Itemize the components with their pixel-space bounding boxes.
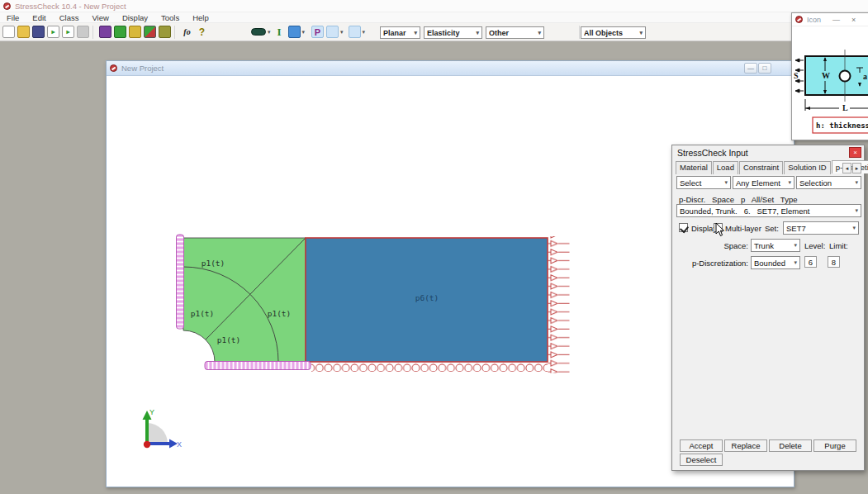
stresscheck-app: StressCheck 10.4 - New Project File Edit… <box>0 0 868 494</box>
project-window-titlebar[interactable]: New Project <box>107 61 794 76</box>
app-titlebar: StressCheck 10.4 - New Project <box>0 0 868 12</box>
hole <box>840 71 851 82</box>
chevron-down-icon[interactable]: ▾ <box>302 29 306 36</box>
chevron-down-icon[interactable]: ▾ <box>363 29 366 36</box>
icon-window-title: Icon <box>807 16 821 24</box>
beam-section-icon[interactable]: I <box>273 26 286 38</box>
tab-material[interactable]: Material <box>676 161 712 174</box>
maximize-button[interactable]: □ <box>758 63 771 74</box>
tab-load[interactable]: Load <box>713 161 738 174</box>
tab-scroll-right-icon[interactable]: ▸ <box>852 163 861 173</box>
space-label: Space: <box>718 241 748 250</box>
export-icon[interactable]: ▸ <box>62 26 74 38</box>
p-order-icon[interactable]: P <box>311 26 324 38</box>
chevron-down-icon: ▾ <box>476 30 479 36</box>
space-select[interactable]: Trunk ▾ <box>751 239 800 252</box>
chevron-down-icon[interactable]: ▾ <box>268 29 271 36</box>
geometry-select-value: Planar <box>383 29 406 37</box>
theory-select[interactable]: Elasticity ▾ <box>424 26 482 39</box>
load-arrows <box>548 236 570 373</box>
set-label: Set: <box>765 224 779 233</box>
minimize-button[interactable]: — <box>744 63 757 74</box>
dim-label-w: W <box>822 71 830 80</box>
chevron-down-icon: ▾ <box>724 179 728 186</box>
menu-edit[interactable]: Edit <box>26 13 52 22</box>
mode-select-value: Select <box>680 178 701 188</box>
pdisc-select[interactable]: Bounded ▾ <box>751 256 800 269</box>
icon-window-titlebar[interactable]: Icon — × <box>792 13 868 26</box>
menu-tools[interactable]: Tools <box>154 13 186 22</box>
menu-class[interactable]: Class <box>53 13 86 22</box>
tab-constraint[interactable]: Constraint <box>739 161 783 174</box>
reference-select[interactable]: Other ▾ <box>486 26 544 39</box>
replace-button[interactable]: Replace <box>724 439 767 452</box>
results-icon[interactable] <box>114 26 126 38</box>
menu-file[interactable]: File <box>0 13 26 22</box>
purge-button[interactable]: Purge <box>813 439 856 452</box>
method-select-value: Selection <box>799 178 832 188</box>
method-select[interactable]: Selection ▾ <box>796 176 861 189</box>
app-title: StressCheck 10.4 - New Project <box>15 2 126 11</box>
tab-scroll-left-icon[interactable]: ◂ <box>842 163 851 173</box>
triad-quadrant <box>147 423 168 444</box>
reference-select-value: Other <box>489 29 509 37</box>
delete-button[interactable]: Delete <box>769 439 812 452</box>
tools-icon[interactable] <box>326 26 339 38</box>
pdisc-select-value: Bounded <box>754 259 785 268</box>
plate <box>805 56 868 95</box>
pdisc-label: p-Discretization: <box>676 259 748 268</box>
toolbar-separator <box>92 26 93 39</box>
database-icon[interactable] <box>99 26 111 38</box>
open-file-icon[interactable] <box>17 26 30 38</box>
record-select[interactable]: Bounded, Trunk. 6. SET7, Element ▾ <box>676 204 861 217</box>
chevron-down-icon: ▾ <box>794 242 797 249</box>
close-icon[interactable]: × <box>849 147 861 158</box>
view-mode-icon[interactable] <box>251 28 266 36</box>
chevron-down-icon[interactable]: ▾ <box>340 29 344 36</box>
project-folder-icon[interactable] <box>129 26 141 38</box>
accept-button[interactable]: Accept <box>680 439 723 452</box>
record-select-value: Bounded, Trunk. 6. SET7, Element <box>680 207 809 216</box>
formula-icon[interactable]: fo <box>181 26 193 38</box>
dialog-tabs: Material Load Constraint Solution ID p-D… <box>676 161 842 174</box>
deselect-button[interactable]: Deselect <box>680 454 723 466</box>
menubar: File Edit Class View Display Tools Help <box>0 12 868 23</box>
limit-field[interactable]: 8 <box>828 256 840 268</box>
snapshot-icon[interactable] <box>349 26 361 38</box>
menu-view[interactable]: View <box>85 13 115 22</box>
geometry-select[interactable]: Planar ▾ <box>380 26 420 39</box>
close-icon[interactable]: × <box>851 16 856 24</box>
level-field[interactable]: 6 <box>804 256 817 268</box>
menu-display[interactable]: Display <box>116 13 154 22</box>
thickness-note: h: thickness <box>816 121 868 130</box>
toolbar-separator <box>579 26 580 39</box>
tab-solution-id[interactable]: Solution ID <box>784 161 830 174</box>
left-constraint-strip <box>177 235 184 329</box>
disabled-tool-icon <box>77 26 89 38</box>
level-label: Level: <box>804 241 825 250</box>
new-file-icon[interactable] <box>2 26 15 38</box>
minimize-icon[interactable]: — <box>832 16 840 24</box>
mesh-icon[interactable] <box>144 26 156 38</box>
chevron-down-icon: ▾ <box>794 259 797 266</box>
element-select[interactable]: Any Element ▾ <box>733 176 794 189</box>
set-select[interactable]: SET7 ▾ <box>783 221 859 235</box>
display-checkbox[interactable] <box>679 223 688 232</box>
import-icon[interactable]: ▸ <box>47 26 59 38</box>
objects-select[interactable]: All Objects ▾ <box>581 26 646 39</box>
menu-help[interactable]: Help <box>186 13 216 22</box>
mode-select[interactable]: Select ▾ <box>676 176 731 189</box>
toolbar-separator <box>174 26 175 39</box>
multilayer-label: Multi-layer <box>725 224 761 233</box>
mouse-cursor <box>715 222 725 237</box>
dim-label-s: S <box>794 71 799 80</box>
check-icon[interactable] <box>159 26 171 38</box>
theory-select-value: Elasticity <box>427 29 460 37</box>
load-label: p1(t) <box>217 335 241 344</box>
load-label: p1(t) <box>191 309 215 318</box>
chevron-down-icon: ▾ <box>639 30 643 36</box>
save-icon[interactable] <box>32 26 45 38</box>
help-icon[interactable]: ? <box>196 26 208 38</box>
layers-icon[interactable] <box>288 26 301 38</box>
load-label: p1(t) <box>268 309 292 318</box>
